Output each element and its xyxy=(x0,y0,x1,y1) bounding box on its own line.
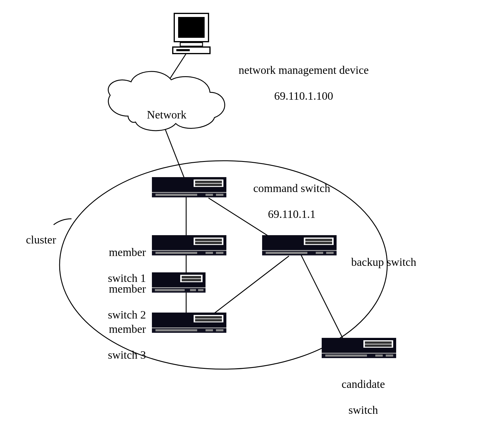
backup-switch-label: backup switch xyxy=(346,243,416,269)
candidate-line2: switch xyxy=(348,404,378,416)
svg-rect-1 xyxy=(178,17,205,38)
link-nmd-to-network xyxy=(170,54,186,79)
svg-rect-2 xyxy=(180,43,203,46)
member-switch-2-icon xyxy=(152,272,206,293)
member1-line1: member xyxy=(109,246,146,258)
member-switch-3-label: member switch 3 xyxy=(86,310,146,362)
command-switch-icon xyxy=(152,177,226,197)
member3-line1: member xyxy=(109,323,146,335)
link-backup-to-member3 xyxy=(206,256,289,320)
candidate-switch-label: candidate switch xyxy=(328,365,393,417)
command-switch-label: command switch 69.110.1.1 xyxy=(241,169,337,221)
member2-line1: member xyxy=(109,282,146,295)
nmd-label-line2: 69.110.1.100 xyxy=(274,90,333,102)
nmd-label-line1: network management device xyxy=(239,64,369,76)
member-switch-1-icon xyxy=(152,235,226,255)
svg-rect-4 xyxy=(176,49,190,51)
network-label: Network xyxy=(134,95,194,121)
command-switch-label-line2: 69.110.1.1 xyxy=(268,208,315,220)
command-switch-label-line1: command switch xyxy=(253,182,330,194)
computer-icon xyxy=(173,13,210,54)
diagram-canvas: network management device 69.110.1.100 N… xyxy=(0,0,501,448)
member-switch-3-icon xyxy=(152,313,226,333)
cluster-label-pointer xyxy=(54,219,71,225)
backup-switch-icon xyxy=(262,235,337,255)
cluster-label: cluster xyxy=(20,220,56,246)
member3-line2: switch 3 xyxy=(108,349,146,361)
candidate-line1: candidate xyxy=(342,378,385,390)
candidate-switch-icon xyxy=(322,338,396,358)
nmd-label: network management device 69.110.1.100 xyxy=(220,51,381,103)
